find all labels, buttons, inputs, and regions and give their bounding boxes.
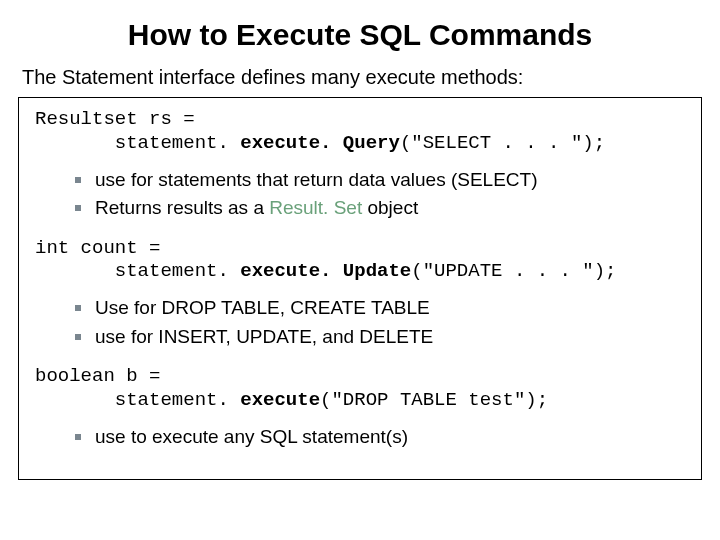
- code-method: execute. Update: [240, 260, 411, 282]
- code-line: int count =: [35, 237, 160, 259]
- bullet-list-3: use to execute any SQL statement(s): [35, 423, 685, 452]
- slide-title: How to Execute SQL Commands: [18, 18, 702, 52]
- list-item: use for statements that return data valu…: [35, 166, 685, 195]
- list-item: use to execute any SQL statement(s): [35, 423, 685, 452]
- code-prefix: statement.: [35, 389, 240, 411]
- code-line: Resultset rs =: [35, 108, 195, 130]
- code-method: execute: [240, 389, 320, 411]
- code-line: boolean b =: [35, 365, 160, 387]
- code-block-1: Resultset rs = statement. execute. Query…: [35, 108, 685, 156]
- bullet-list-1: use for statements that return data valu…: [35, 166, 685, 223]
- list-item: Returns results as a Result. Set object: [35, 194, 685, 223]
- intro-text: The Statement interface defines many exe…: [22, 66, 702, 89]
- content-frame: Resultset rs = statement. execute. Query…: [18, 97, 702, 480]
- bullet-text: Returns results as a: [95, 197, 269, 218]
- list-item: Use for DROP TABLE, CREATE TABLE: [35, 294, 685, 323]
- code-block-3: boolean b = statement. execute("DROP TAB…: [35, 365, 685, 413]
- code-suffix: ("SELECT . . . ");: [400, 132, 605, 154]
- bullet-text: object: [362, 197, 418, 218]
- code-block-2: int count = statement. execute. Update("…: [35, 237, 685, 285]
- code-suffix: ("UPDATE . . . ");: [411, 260, 616, 282]
- resultset-text: Result. Set: [269, 197, 362, 218]
- bullet-list-2: Use for DROP TABLE, CREATE TABLE use for…: [35, 294, 685, 351]
- code-method: execute. Query: [240, 132, 400, 154]
- list-item: use for INSERT, UPDATE, and DELETE: [35, 323, 685, 352]
- code-prefix: statement.: [35, 132, 240, 154]
- code-suffix: ("DROP TABLE test");: [320, 389, 548, 411]
- code-prefix: statement.: [35, 260, 240, 282]
